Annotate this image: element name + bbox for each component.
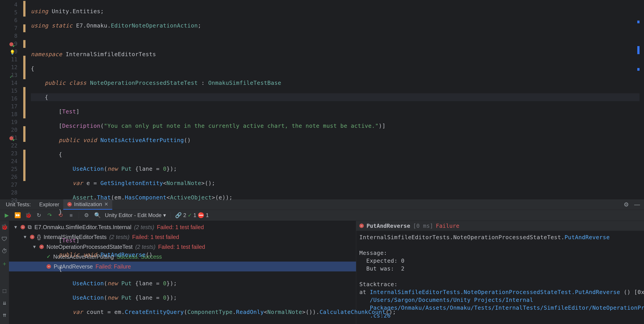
fail-icon: − — [20, 225, 25, 229]
layout-icon[interactable]: ⬚ — [3, 287, 6, 294]
breakpoint-icon[interactable] — [10, 136, 14, 140]
test-pass-gutter-icon[interactable] — [10, 73, 14, 77]
editor-scrollbar[interactable] — [640, 0, 644, 199]
shield-icon[interactable]: 🛡 — [2, 236, 8, 242]
run-all-icon[interactable]: ⏩ — [14, 212, 20, 218]
line-gutter: 4 5 6 7 8 9 10 11 12 13 14 15 16 17 18 1… — [0, 0, 22, 199]
code-content[interactable]: using Unity.Entities; using static E7.On… — [31, 0, 644, 199]
debug-icon[interactable]: 🐞 — [25, 212, 31, 218]
collapse-icon[interactable]: ⇈ — [3, 311, 6, 318]
breakpoint-icon[interactable] — [10, 42, 14, 46]
expand-icon[interactable]: ⇊ — [3, 299, 6, 306]
code-editor[interactable]: 4 5 6 7 8 9 10 11 12 13 14 15 16 17 18 1… — [0, 0, 644, 199]
editor-margin: 💡 — [22, 0, 31, 199]
stopwatch-icon[interactable]: ⏱ — [2, 248, 8, 254]
side-toolbar: 🐞 🛡 ⏱ ＋ ⬚ ⇊ ⇈ ↑ ↓ — [0, 221, 9, 324]
bug-icon[interactable]: 🐞 — [1, 223, 8, 230]
chevron-down-icon[interactable]: ▼ — [14, 225, 18, 230]
plus-icon[interactable]: ＋ — [2, 260, 8, 268]
bulb-icon[interactable]: 💡 — [10, 50, 15, 55]
chevron-down-icon[interactable]: ▼ — [23, 234, 27, 240]
run-icon[interactable]: ▶ — [4, 212, 10, 218]
